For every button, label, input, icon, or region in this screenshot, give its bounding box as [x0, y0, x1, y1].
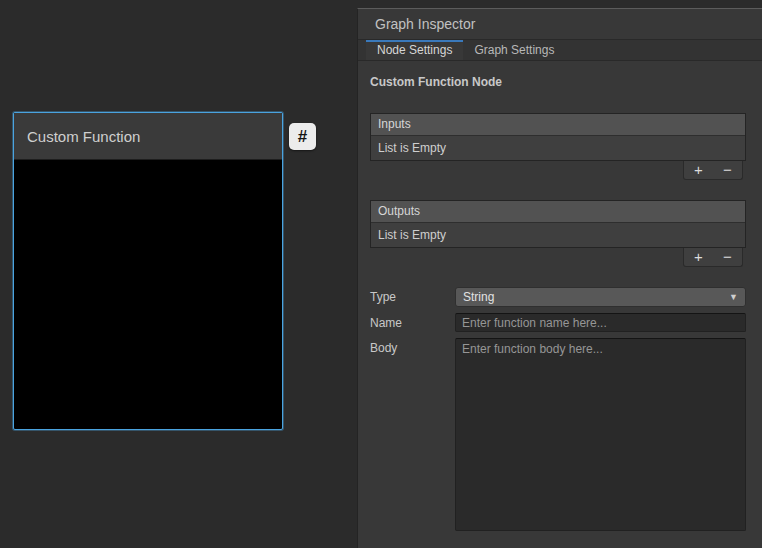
body-field-row: Body — [370, 338, 746, 531]
inputs-empty-row: List is Empty — [371, 135, 745, 160]
type-dropdown[interactable]: String ▼ — [455, 287, 746, 307]
graph-inspector-title: Graph Inspector — [375, 16, 475, 32]
chevron-down-icon: ▼ — [729, 292, 738, 302]
type-field-row: Type String ▼ — [370, 287, 746, 307]
inputs-list-box: Inputs List is Empty — [370, 113, 746, 161]
body-label: Body — [370, 338, 455, 355]
section-title: Custom Function Node — [370, 75, 746, 89]
inputs-list-header: Inputs — [371, 114, 745, 135]
outputs-list-footer: + − — [370, 248, 746, 267]
tab-node-settings[interactable]: Node Settings — [366, 40, 463, 60]
inputs-remove-button[interactable]: − — [713, 161, 742, 179]
outputs-list-header: Outputs — [371, 201, 745, 222]
node-title[interactable]: Custom Function — [14, 113, 282, 160]
graph-inspector-header[interactable]: Graph Inspector — [358, 9, 762, 40]
outputs-remove-button[interactable]: − — [713, 248, 742, 266]
function-body-textarea[interactable] — [455, 338, 746, 531]
function-name-input[interactable] — [455, 313, 746, 332]
inspector-content: Custom Function Node Inputs List is Empt… — [358, 61, 762, 531]
inputs-footer-buttons: + − — [683, 161, 743, 180]
outputs-list: Outputs List is Empty + − — [370, 200, 746, 267]
type-dropdown-value: String — [463, 290, 494, 304]
inputs-add-button[interactable]: + — [684, 161, 713, 179]
outputs-add-button[interactable]: + — [684, 248, 713, 266]
type-label: Type — [370, 287, 455, 304]
inputs-list-footer: + − — [370, 161, 746, 180]
inputs-list: Inputs List is Empty + − — [370, 113, 746, 180]
outputs-empty-row: List is Empty — [371, 222, 745, 247]
inspector-tabbar: Node Settings Graph Settings — [358, 40, 762, 61]
name-field-row: Name — [370, 313, 746, 332]
name-label: Name — [370, 313, 455, 330]
outputs-list-box: Outputs List is Empty — [370, 200, 746, 248]
custom-function-node[interactable]: Custom Function — [13, 112, 283, 430]
node-hash-badge-icon[interactable]: # — [289, 123, 316, 150]
outputs-footer-buttons: + − — [683, 248, 743, 267]
tab-graph-settings[interactable]: Graph Settings — [463, 40, 565, 60]
graph-inspector-panel: Graph Inspector Node Settings Graph Sett… — [357, 8, 762, 548]
